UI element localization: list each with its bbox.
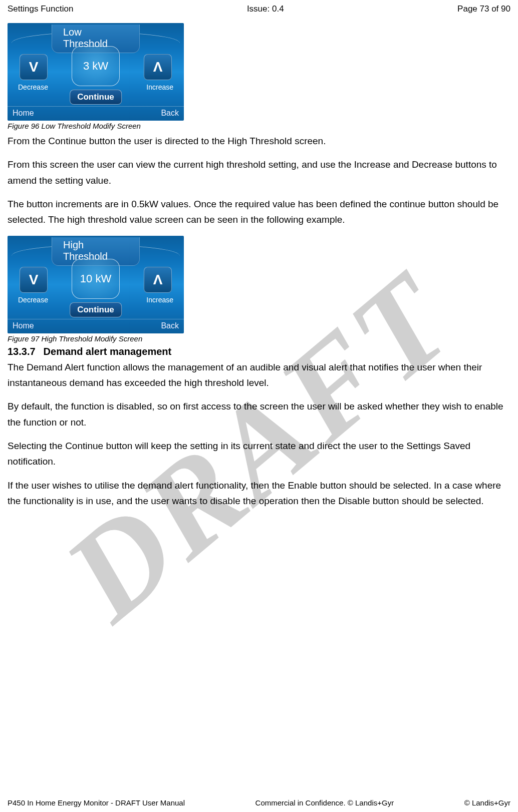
increase-label: Increase — [146, 296, 173, 304]
chevron-up-icon: Λ — [153, 273, 163, 287]
decrease-label: Decrease — [18, 83, 48, 91]
high-threshold-screen: High Threshold V Decrease 10 kW Λ Increa… — [8, 236, 184, 333]
paragraph: If the user wishes to utilise the demand… — [8, 478, 510, 509]
increase-button[interactable]: Λ — [144, 267, 172, 293]
threshold-value: 10 kW — [72, 259, 120, 299]
paragraph: Selecting the Continue button will keep … — [8, 438, 510, 470]
decrease-button[interactable]: V — [20, 54, 48, 80]
footer-left: P450 In Home Energy Monitor - DRAFT User… — [8, 798, 185, 807]
header-left: Settings Function — [8, 4, 73, 14]
paragraph: From the Continue button the user is dir… — [8, 133, 510, 149]
header-right: Page 73 of 90 — [457, 4, 510, 14]
threshold-value: 3 kW — [72, 46, 120, 86]
footer-right: © Landis+Gyr — [464, 798, 510, 807]
increase-label: Increase — [146, 83, 173, 91]
back-button[interactable]: Back — [161, 109, 179, 118]
decrease-label: Decrease — [18, 296, 48, 304]
page-footer: P450 In Home Energy Monitor - DRAFT User… — [0, 798, 518, 807]
home-button[interactable]: Home — [13, 321, 34, 330]
home-button[interactable]: Home — [13, 109, 34, 118]
decrease-button[interactable]: V — [20, 267, 48, 293]
chevron-down-icon: V — [29, 60, 39, 74]
section-number: 13.3.7 — [8, 346, 36, 357]
section-title: Demand alert management — [44, 346, 172, 357]
section-heading: 13.3.7Demand alert management — [8, 346, 510, 357]
figure-caption-97: Figure 97 High Threshold Modify Screen — [8, 334, 510, 343]
header-center: Issue: 0.4 — [247, 4, 284, 14]
paragraph: The Demand Alert function allows the man… — [8, 359, 510, 391]
increase-button[interactable]: Λ — [144, 54, 172, 80]
footer-center: Commercial in Confidence. © Landis+Gyr — [255, 798, 394, 807]
page-header: Settings Function Issue: 0.4 Page 73 of … — [8, 4, 510, 14]
chevron-up-icon: Λ — [153, 60, 163, 74]
low-threshold-screen: Low Threshold V Decrease 3 kW Λ Increase… — [8, 23, 184, 121]
paragraph: From this screen the user can view the c… — [8, 157, 510, 188]
continue-button[interactable]: Continue — [70, 90, 122, 105]
chevron-down-icon: V — [29, 273, 39, 287]
paragraph: The button increments are in 0.5kW value… — [8, 196, 510, 228]
continue-button[interactable]: Continue — [70, 302, 122, 317]
paragraph: By default, the function is disabled, so… — [8, 398, 510, 430]
back-button[interactable]: Back — [161, 321, 179, 330]
figure-caption-96: Figure 96 Low Threshold Modify Screen — [8, 122, 510, 130]
